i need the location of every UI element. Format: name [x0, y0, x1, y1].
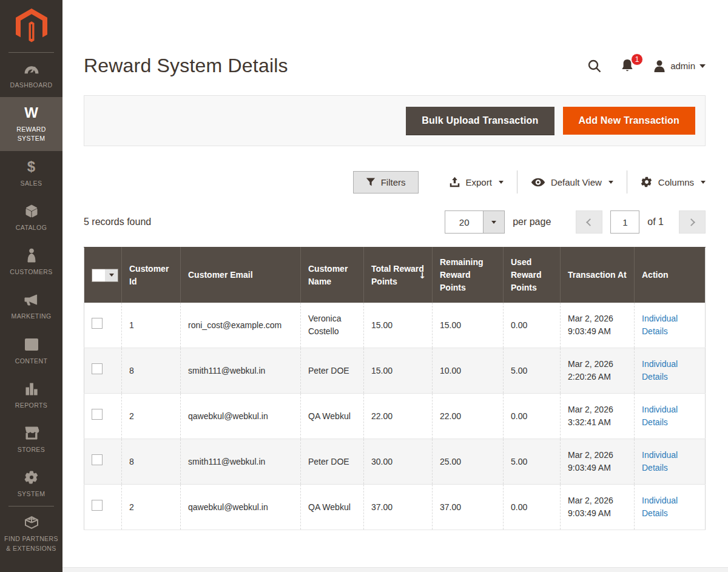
column-header-action[interactable]: Action: [635, 247, 706, 303]
sidebar-item-label: REPORTS: [15, 401, 47, 410]
sidebar-item-dashboard[interactable]: DASHBOARD: [0, 53, 62, 97]
table-row: 8 smith111@webkul.in Peter DOE 30.00 25.…: [84, 439, 706, 485]
individual-details-link[interactable]: Individual Details: [642, 450, 678, 473]
bulk-upload-transaction-button[interactable]: Bulk Upload Transaction: [406, 107, 554, 135]
page-of-label: of 1: [647, 217, 664, 227]
previous-page-button[interactable]: [576, 210, 602, 234]
customer-email-cell: qawebkul@webkul.in: [181, 394, 301, 439]
page-actions-band: Bulk Upload Transaction Add New Transact…: [84, 95, 706, 146]
next-page-button[interactable]: [679, 210, 706, 234]
reward-transactions-table: Customer Id Customer Email Customer Name…: [84, 247, 706, 530]
sidebar-item-customers[interactable]: CUSTOMERS: [0, 240, 62, 284]
notifications-button[interactable]: 1: [620, 58, 635, 74]
row-checkbox[interactable]: [92, 318, 103, 329]
footer-strip: [62, 567, 728, 572]
individual-details-link[interactable]: Individual Details: [642, 359, 678, 382]
row-select-cell: [84, 485, 122, 530]
individual-details-link[interactable]: Individual Details: [642, 314, 678, 336]
column-header-customer-name[interactable]: Customer Name: [301, 247, 364, 303]
transaction-at-cell: Mar 2, 2026 9:03:49 AM: [561, 485, 635, 530]
total-points-cell: 37.00: [364, 485, 433, 530]
page-number-input[interactable]: [610, 210, 639, 234]
customer-id-cell: 8: [122, 348, 181, 394]
customer-email-cell: smith111@webkul.in: [181, 439, 301, 485]
total-points-cell: 15.00: [364, 348, 433, 394]
megaphone-icon: [24, 292, 39, 308]
sidebar-item-content[interactable]: CONTENT: [0, 329, 62, 373]
total-points-cell: 15.00: [364, 303, 433, 348]
magento-logo-icon: [16, 8, 47, 44]
customer-id-cell: 1: [122, 303, 181, 348]
sidebar-item-stores[interactable]: STORES: [0, 417, 62, 462]
row-checkbox[interactable]: [92, 409, 103, 420]
row-checkbox[interactable]: [92, 500, 103, 511]
sidebar-item-find-partners[interactable]: FIND PARTNERS & EXTENSIONS: [0, 506, 62, 560]
individual-details-link[interactable]: Individual Details: [642, 496, 678, 518]
records-found-text: 5 records found: [84, 217, 151, 227]
user-icon: [653, 59, 666, 73]
remaining-points-cell: 22.00: [433, 394, 504, 439]
sidebar-item-reward-system[interactable]: W REWARD SYSTEM: [0, 97, 62, 150]
eye-icon: [531, 177, 545, 187]
sidebar-item-catalog[interactable]: CATALOG: [0, 195, 62, 240]
per-page-select[interactable]: 20: [445, 210, 505, 234]
chevron-left-icon: [586, 218, 594, 226]
filters-button[interactable]: Filters: [353, 171, 419, 193]
column-header-used-points[interactable]: Used Reward Points: [504, 247, 561, 303]
customer-name-cell: Peter DOE: [301, 348, 364, 394]
column-header-customer-id[interactable]: Customer Id: [122, 247, 181, 303]
column-header-remaining-points[interactable]: Remaining Reward Points: [433, 247, 504, 303]
table-header-row: Customer Id Customer Email Customer Name…: [84, 247, 706, 303]
select-all-header: [84, 247, 122, 303]
customer-name-cell: QA Webkul: [301, 394, 364, 439]
layout-icon: [24, 337, 39, 352]
row-checkbox[interactable]: [92, 363, 103, 374]
used-points-cell: 0.00: [504, 485, 561, 530]
sidebar-item-label: REWARD SYSTEM: [2, 125, 60, 143]
add-new-transaction-button[interactable]: Add New Transaction: [563, 107, 696, 135]
table-row: 2 qawebkul@webkul.in QA Webkul 37.00 37.…: [84, 485, 706, 530]
main-content: Reward System Details 1 admin Bulk Uploa…: [62, 0, 728, 530]
export-button[interactable]: Export: [436, 177, 517, 188]
remaining-points-cell: 37.00: [433, 485, 504, 530]
sidebar-item-system[interactable]: SYSTEM: [0, 462, 62, 506]
column-header-customer-email[interactable]: Customer Email: [181, 247, 301, 303]
sidebar-item-label: SALES: [21, 179, 42, 188]
gear-icon: [641, 176, 653, 188]
gear-icon: [24, 469, 39, 485]
chevron-down-icon: [701, 181, 706, 184]
records-row: 5 records found 20 per page of 1: [84, 210, 706, 234]
admin-menu-button[interactable]: admin: [653, 59, 706, 73]
customer-email-cell: smith111@webkul.in: [181, 348, 301, 394]
search-button[interactable]: [587, 59, 602, 73]
sidebar-item-sales[interactable]: $ SALES: [0, 151, 62, 195]
chevron-down-icon: [499, 181, 504, 184]
export-label: Export: [466, 177, 492, 187]
sidebar-item-marketing[interactable]: MARKETING: [0, 284, 62, 328]
customer-email-cell: qawebkul@webkul.in: [181, 485, 301, 530]
row-select-cell: [84, 394, 122, 439]
columns-button[interactable]: Columns: [627, 176, 706, 188]
column-header-total-points[interactable]: Total Reward Points ↓: [364, 247, 433, 303]
customer-id-cell: 2: [122, 485, 181, 530]
extensions-icon: [24, 514, 39, 530]
select-all-checkbox[interactable]: [92, 269, 105, 281]
table-row: 8 smith111@webkul.in Peter DOE 15.00 10.…: [84, 348, 706, 394]
row-checkbox[interactable]: [92, 454, 103, 465]
export-icon: [449, 177, 460, 188]
select-all-dropdown[interactable]: [92, 269, 118, 282]
remaining-points-cell: 15.00: [433, 303, 504, 348]
action-cell: Individual Details: [635, 485, 706, 530]
individual-details-link[interactable]: Individual Details: [642, 405, 678, 427]
magento-logo[interactable]: [0, 0, 62, 52]
customer-name-cell: Peter DOE: [301, 439, 364, 485]
used-points-cell: 0.00: [504, 303, 561, 348]
bar-chart-icon: [24, 381, 39, 397]
sidebar-item-label: STORES: [18, 445, 45, 454]
default-view-button[interactable]: Default View: [517, 177, 627, 187]
search-icon: [587, 59, 602, 73]
sidebar-item-label: MARKETING: [11, 312, 51, 321]
sidebar-item-label: CONTENT: [15, 357, 48, 366]
sidebar-item-reports[interactable]: REPORTS: [0, 373, 62, 417]
column-header-transaction-at[interactable]: Transaction At: [561, 247, 635, 303]
